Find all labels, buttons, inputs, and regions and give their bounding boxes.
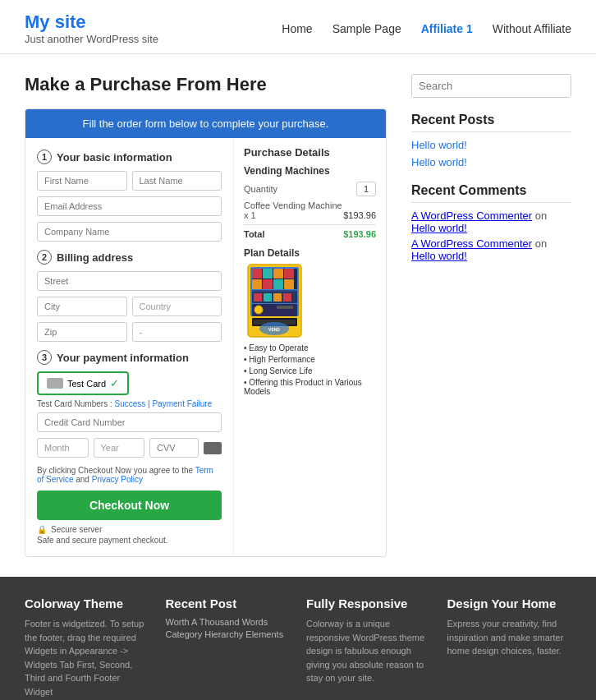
quantity-label: Quantity	[244, 184, 277, 194]
test-card-label: Test Card	[67, 379, 106, 389]
cvv-row: Month Year	[37, 438, 222, 458]
footer-col1-title: Colorway Theme	[25, 596, 149, 610]
svg-text:VEND: VEND	[268, 327, 280, 332]
test-card-button[interactable]: Test Card ✓	[37, 371, 129, 395]
footer-col-4: Design Your Home Express your creativity…	[447, 596, 572, 698]
street-row	[37, 271, 222, 291]
feature-4: Offering this Product in Various Models	[244, 378, 376, 396]
commenter-1-link[interactable]: A WordPress Commenter	[411, 210, 532, 222]
email-row	[37, 196, 222, 216]
recent-post-1[interactable]: Hello world!	[411, 139, 571, 151]
search-button[interactable]: 🔍	[563, 75, 571, 97]
purchase-item: Coffee Vending Machine x 1 $193.96	[244, 200, 376, 220]
section-basic-info: 1 Your basic information	[37, 150, 222, 242]
company-row	[37, 222, 222, 242]
country-select[interactable]: Country	[132, 297, 222, 316]
company-input[interactable]	[37, 222, 222, 242]
commenter-2-link[interactable]: A WordPress Commenter	[411, 237, 532, 250]
svg-rect-7	[284, 269, 294, 279]
checkout-button[interactable]: Checkout Now	[37, 490, 222, 520]
test-card-numbers: Test Card Numbers : Success | Payment Fa…	[37, 399, 222, 408]
agree-text: By clicking Checkout Now you agree to th…	[37, 466, 222, 484]
form-col: 1 Your basic information	[25, 138, 234, 556]
checkout-body: 1 Your basic information	[25, 138, 386, 556]
comment-post-2-link[interactable]: Hello world!	[411, 250, 467, 262]
zip-input[interactable]	[37, 322, 127, 342]
city-country-row: Country	[37, 297, 222, 316]
footer: Colorway Theme Footer is widgetized. To …	[0, 577, 596, 700]
content-area: Make a Purchase From Here Fill the order…	[25, 74, 387, 557]
site-tagline: Just another WordPress site	[25, 33, 158, 45]
recent-post-2[interactable]: Hello world!	[411, 156, 571, 168]
svg-rect-6	[273, 269, 283, 279]
zip-row: -	[37, 322, 222, 342]
recent-comments-section: Recent Comments A WordPress Commenter on…	[411, 183, 571, 262]
svg-rect-15	[273, 293, 282, 302]
comment-2: A WordPress Commenter on Hello world!	[411, 237, 571, 262]
vending-machine-image: VEND	[244, 263, 376, 343]
credit-card-input[interactable]	[37, 412, 222, 432]
sidebar: 🔍 Recent Posts Hello world! Hello world!…	[411, 74, 571, 557]
footer-widgets: Colorway Theme Footer is widgetized. To …	[0, 577, 596, 700]
city-input[interactable]	[37, 297, 127, 316]
nav-sample-page[interactable]: Sample Page	[332, 22, 401, 35]
first-name-input[interactable]	[37, 171, 127, 191]
page-title: Make a Purchase From Here	[25, 74, 387, 95]
purchase-col: Purchase Details Vending Machines Quanti…	[234, 138, 386, 556]
plan-features: Easy to Operate High Performance Long Se…	[244, 343, 376, 396]
main-container: Make a Purchase From Here Fill the order…	[0, 54, 596, 577]
feature-1: Easy to Operate	[244, 343, 376, 352]
svg-rect-3	[252, 290, 297, 292]
checkmark-icon: ✓	[110, 377, 119, 389]
section3-num: 3	[37, 350, 52, 365]
zip-select[interactable]: -	[132, 322, 222, 342]
cvv-input[interactable]	[149, 438, 199, 458]
item-price: $193.96	[343, 210, 376, 220]
secure-row: 🔒 Secure server	[37, 525, 222, 534]
svg-rect-13	[254, 293, 262, 302]
search-box: 🔍	[411, 74, 571, 98]
svg-rect-18	[277, 306, 293, 309]
feature-2: High Performance	[244, 355, 376, 364]
total-row: Total $193.96	[244, 224, 376, 239]
email-input[interactable]	[37, 196, 222, 216]
svg-rect-4	[252, 269, 262, 279]
section-payment: 3 Your payment information Test Card ✓ T…	[37, 350, 222, 458]
total-label: Total	[244, 229, 264, 239]
comment-post-1-link[interactable]: Hello world!	[411, 222, 467, 234]
section1-label: 1 Your basic information	[37, 150, 222, 164]
checkout-card: Fill the order form below to complete yo…	[25, 108, 387, 557]
item-name: Coffee Vending Machine	[244, 200, 376, 210]
svg-point-19	[254, 306, 263, 314]
safe-text: Safe and secure payment checkout.	[37, 536, 222, 545]
footer-col4-text: Express your creativity, find inspiratio…	[447, 617, 572, 658]
nav-affiliate1[interactable]: Affiliate 1	[421, 22, 473, 35]
year-select[interactable]: Year	[94, 438, 145, 458]
quantity-row: Quantity 1	[244, 182, 376, 196]
purchase-title: Purchase Details	[244, 146, 376, 159]
section2-label: 2 Billing address	[37, 250, 222, 265]
recent-posts-section: Recent Posts Hello world! Hello world!	[411, 113, 571, 168]
recent-comments-title: Recent Comments	[411, 183, 571, 203]
privacy-link[interactable]: Privacy Policy	[92, 475, 143, 484]
footer-col3-text: Colorway is a unique responsive WordPres…	[306, 617, 431, 685]
footer-col-1: Colorway Theme Footer is widgetized. To …	[25, 596, 149, 698]
failure-link[interactable]: Payment Failure	[152, 399, 212, 408]
nav-without-affiliate[interactable]: Without Affiliate	[493, 22, 571, 35]
svg-rect-10	[273, 279, 283, 289]
svg-rect-14	[264, 293, 272, 302]
lock-icon: 🔒	[37, 525, 47, 534]
last-name-input[interactable]	[132, 171, 222, 191]
street-input[interactable]	[37, 271, 222, 291]
card-icon	[47, 378, 63, 389]
footer-post-link-1[interactable]: Worth A Thousand Words	[166, 617, 291, 627]
search-input[interactable]	[412, 75, 563, 97]
month-select[interactable]: Month	[37, 438, 89, 458]
success-link[interactable]: Success	[114, 399, 145, 408]
feature-3: Long Service Life	[244, 366, 376, 375]
footer-col-2: Recent Post Worth A Thousand Words Categ…	[166, 596, 291, 698]
footer-post-link-2[interactable]: Category Hierarchy Elements	[166, 629, 291, 639]
quantity-value: 1	[356, 182, 376, 196]
nav-home[interactable]: Home	[282, 22, 312, 35]
plan-title: Plan Details	[244, 247, 376, 259]
